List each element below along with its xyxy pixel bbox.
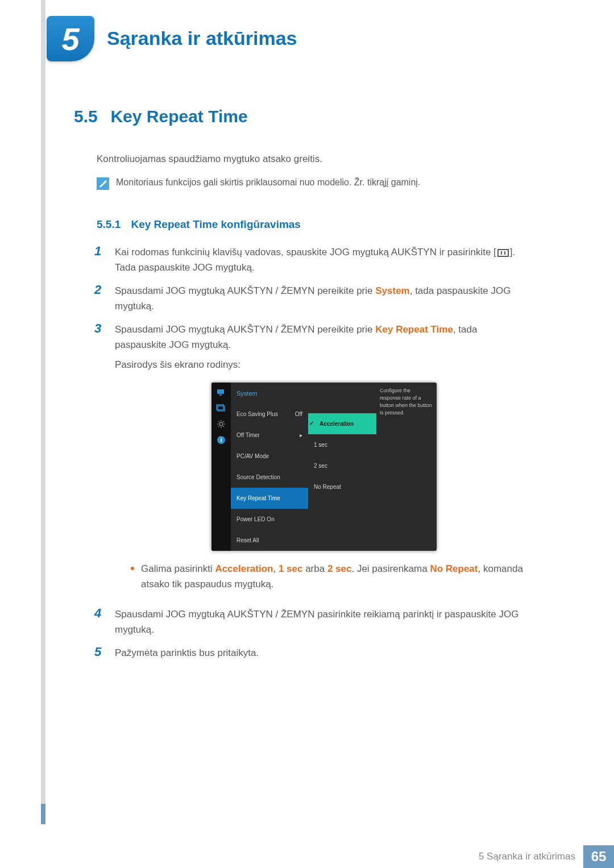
osd-tab-icons: i bbox=[211, 383, 231, 551]
step-text: Pažymėta parinktis bus pritaikyta. bbox=[115, 645, 259, 661]
info-icon: i bbox=[215, 435, 227, 445]
svg-point-4 bbox=[219, 422, 223, 426]
text-run: arba bbox=[302, 563, 327, 574]
section-number: 5.5 bbox=[74, 107, 108, 126]
subsection-title: Key Repeat Time konfigūravimas bbox=[131, 218, 300, 230]
picture-icon bbox=[215, 403, 227, 413]
text-run: Spausdami JOG mygtuką AUKŠTYN / ŽEMYN pe… bbox=[115, 285, 375, 296]
page-footer: 5 Sąranka ir atkūrimas 65 bbox=[0, 845, 614, 868]
osd-item-eco: Eco Saving PlusOff bbox=[231, 404, 308, 425]
bullet-text: Galima pasirinkti Acceleration, 1 sec ar… bbox=[141, 561, 523, 592]
text-run: Pasirodys šis ekrano rodinys: bbox=[115, 357, 523, 372]
step-text: Spausdami JOG mygtuką AUKŠTYN / ŽEMYN pe… bbox=[115, 283, 523, 314]
step-1: 1 Kai rodomas funkcinių klavišų vadovas,… bbox=[94, 244, 523, 275]
step-number: 3 bbox=[94, 322, 115, 599]
step-2: 2 Spausdami JOG mygtuką AUKŠTYN / ŽEMYN … bbox=[94, 283, 523, 314]
osd-opt-acceleration: Acceleration bbox=[308, 413, 376, 434]
step-number: 2 bbox=[94, 283, 115, 314]
section-title: Key Repeat Time bbox=[110, 107, 247, 126]
step-number: 5 bbox=[94, 645, 115, 661]
osd-preview: i System Eco Saving PlusOff Off Timer▸ P… bbox=[211, 383, 437, 551]
osd-menu-column: System Eco Saving PlusOff Off Timer▸ PC/… bbox=[231, 383, 308, 551]
osd-item-source: Source Detection bbox=[231, 467, 308, 488]
osd-help-text: Configure the response rate of a button … bbox=[376, 383, 437, 551]
step-text: Spausdami JOG mygtuką AUKŠTYN / ŽEMYN pa… bbox=[115, 607, 523, 637]
sub-bullet: Galima pasirinkti Acceleration, 1 sec ar… bbox=[131, 561, 523, 592]
bullet-dot-icon bbox=[131, 567, 134, 570]
section-intro-text: Kontroliuojamas spaudžiamo mygtuko atsak… bbox=[97, 153, 523, 165]
osd-item-led: Power LED On bbox=[231, 509, 308, 530]
osd-opt-1sec: 1 sec bbox=[308, 434, 376, 455]
chapter-number-badge: 5 bbox=[47, 16, 94, 61]
settings-icon bbox=[215, 419, 227, 429]
osd-opt-norepeat: No Repeat bbox=[308, 476, 376, 497]
osd-item-off-timer: Off Timer▸ bbox=[231, 425, 308, 446]
chapter-title: Sąranka ir atkūrimas bbox=[107, 27, 297, 49]
osd-menu-head: System bbox=[231, 383, 308, 404]
text-run: Galima pasirinkti bbox=[141, 563, 215, 574]
brightness-icon bbox=[215, 387, 227, 397]
subsection-heading: 5.5.1 Key Repeat Time konfigūravimas bbox=[97, 218, 523, 231]
osd-opt-2sec: 2 sec bbox=[308, 455, 376, 476]
highlight: System bbox=[375, 285, 409, 296]
side-accent-bar bbox=[41, 0, 45, 824]
osd-item-key-repeat: Key Repeat Time bbox=[231, 488, 308, 509]
step-5: 5 Pažymėta parinktis bus pritaikyta. bbox=[94, 645, 523, 661]
highlight: 2 sec bbox=[327, 563, 352, 574]
step-text: Kai rodomas funkcinių klavišų vadovas, s… bbox=[115, 244, 523, 275]
note-text: Monitoriaus funkcijos gali skirtis prikl… bbox=[116, 177, 420, 188]
menu-icon bbox=[497, 249, 509, 257]
footer-chapter-label: 5 Sąranka ir atkūrimas bbox=[479, 851, 575, 862]
osd-options-column: Acceleration 1 sec 2 sec No Repeat bbox=[308, 383, 376, 551]
step-4: 4 Spausdami JOG mygtuką AUKŠTYN / ŽEMYN … bbox=[94, 607, 523, 637]
text-run: , bbox=[273, 563, 278, 574]
highlight: Key Repeat Time bbox=[375, 324, 453, 335]
text-run: . Jei pasirenkama bbox=[351, 563, 430, 574]
highlight: Acceleration bbox=[215, 563, 273, 574]
footer-page-number: 65 bbox=[583, 845, 614, 868]
highlight: No Repeat bbox=[430, 563, 478, 574]
svg-text:i: i bbox=[220, 437, 222, 443]
svg-rect-1 bbox=[219, 394, 222, 396]
osd-item-pcav: PC/AV Mode bbox=[231, 446, 308, 467]
text-run: Spausdami JOG mygtuką AUKŠTYN / ŽEMYN pe… bbox=[115, 324, 375, 335]
svg-rect-0 bbox=[217, 389, 224, 394]
step-number: 4 bbox=[94, 607, 115, 637]
step-text: Spausdami JOG mygtuką AUKŠTYN / ŽEMYN pe… bbox=[115, 322, 523, 599]
note-icon bbox=[97, 177, 109, 190]
subsection-number: 5.5.1 bbox=[97, 218, 128, 231]
step-number: 1 bbox=[94, 244, 115, 275]
highlight: 1 sec bbox=[279, 563, 303, 574]
text-run: Kai rodomas funkcinių klavišų vadovas, s… bbox=[115, 247, 496, 258]
note-block: Monitoriaus funkcijos gali skirtis prikl… bbox=[97, 177, 523, 190]
section-heading: 5.5 Key Repeat Time bbox=[74, 107, 523, 126]
step-3: 3 Spausdami JOG mygtuką AUKŠTYN / ŽEMYN … bbox=[94, 322, 523, 599]
osd-item-reset: Reset All bbox=[231, 530, 308, 551]
